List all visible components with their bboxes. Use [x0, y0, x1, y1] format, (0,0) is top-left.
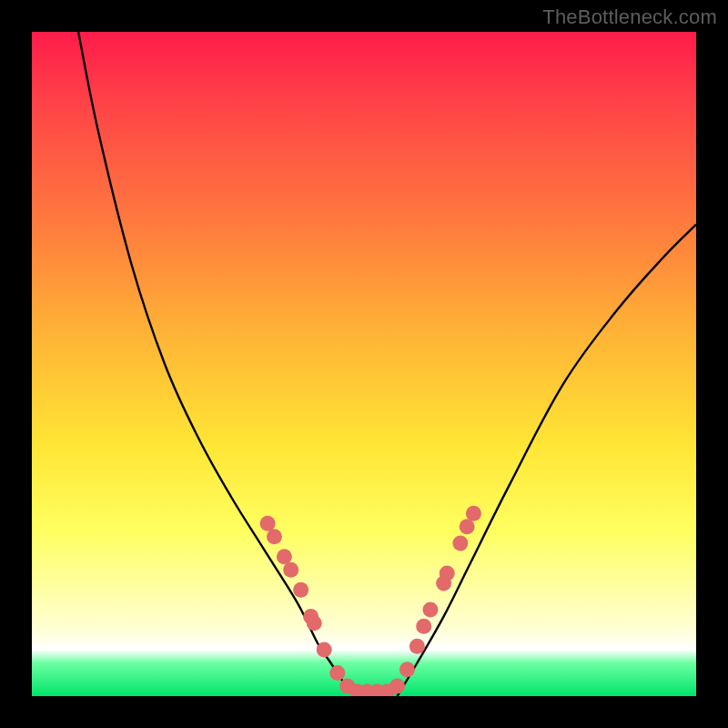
highlight-dots	[260, 506, 481, 696]
highlight-dot	[460, 519, 475, 534]
highlight-dot	[277, 549, 292, 564]
highlight-dot	[349, 683, 365, 696]
highlight-dot	[283, 562, 298, 578]
highlight-dot	[399, 662, 415, 677]
highlight-dot	[307, 615, 322, 631]
plot-area	[32, 32, 696, 696]
highlight-dot	[440, 565, 455, 581]
highlight-dot	[410, 639, 425, 654]
highlight-dot	[359, 683, 375, 696]
highlight-dot	[267, 529, 282, 544]
highlight-dot	[466, 506, 481, 521]
highlight-dot	[389, 679, 405, 694]
watermark-text: TheBottleneck.com	[542, 5, 717, 29]
highlight-dot	[293, 582, 308, 598]
highlight-dot	[436, 575, 451, 591]
highlight-dot	[423, 602, 439, 618]
highlight-dot	[452, 536, 468, 551]
highlight-dot	[260, 516, 276, 531]
highlight-dot	[339, 679, 355, 694]
chart-frame: TheBottleneck.com	[0, 0, 728, 728]
highlight-dot	[379, 683, 395, 696]
highlight-dot	[317, 642, 332, 657]
bottleneck-curve-left	[78, 32, 358, 696]
curve-layer	[32, 32, 696, 696]
highlight-dot	[303, 609, 318, 624]
highlight-dot	[329, 665, 345, 681]
highlight-dot	[369, 683, 385, 696]
highlight-dot	[416, 619, 431, 634]
bottleneck-curve-right	[398, 225, 697, 696]
